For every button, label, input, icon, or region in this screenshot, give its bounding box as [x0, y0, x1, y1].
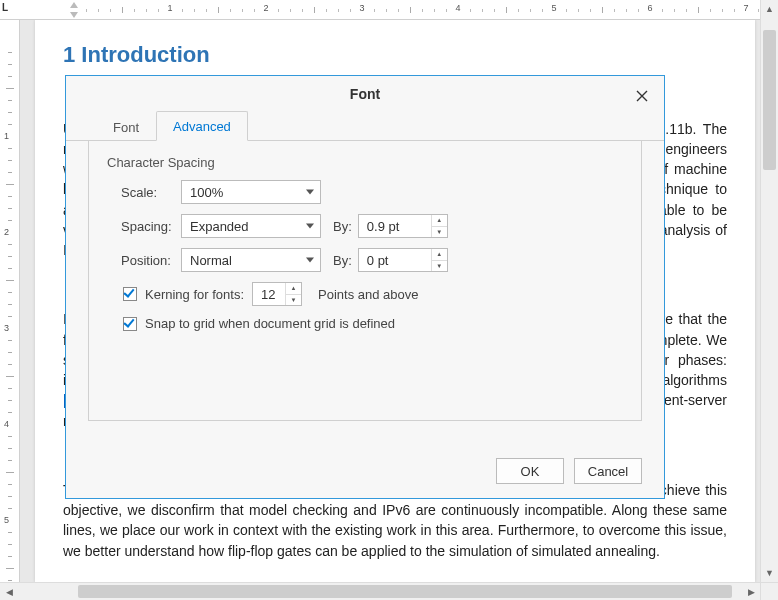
- snap-to-grid-label: Snap to grid when document grid is defin…: [145, 316, 395, 331]
- position-combo[interactable]: Normal: [181, 248, 321, 272]
- spinner-up-icon[interactable]: ▲: [285, 283, 301, 295]
- tab-font[interactable]: Font: [96, 112, 156, 141]
- kerning-suffix: Points and above: [318, 287, 418, 302]
- indent-left-marker[interactable]: [70, 2, 78, 8]
- heading-1: 1 Introduction: [63, 42, 727, 68]
- position-by-label: By:: [333, 253, 352, 268]
- position-label: Position:: [121, 253, 181, 268]
- vertical-scrollbar[interactable]: ▲ ▼: [760, 0, 778, 582]
- spinner-down-icon[interactable]: ▼: [431, 227, 447, 238]
- kerning-points-value: 12: [261, 287, 275, 302]
- spacing-by-label: By:: [333, 219, 352, 234]
- close-icon[interactable]: [630, 84, 654, 108]
- spinner-up-icon[interactable]: ▲: [431, 249, 447, 261]
- spacing-label: Spacing:: [121, 219, 181, 234]
- font-dialog: Font Font Advanced Character Spacing Sca…: [65, 75, 665, 499]
- indent-first-line-marker[interactable]: [70, 12, 78, 18]
- ruler-vertical: 123456: [0, 20, 20, 582]
- scale-value: 100%: [190, 185, 223, 200]
- scroll-corner: [760, 582, 778, 600]
- kerning-checkbox[interactable]: [123, 287, 137, 301]
- spacing-by-spinner[interactable]: 0.9 pt ▲▼: [358, 214, 448, 238]
- spacing-value: Expanded: [190, 219, 249, 234]
- position-by-spinner[interactable]: 0 pt ▲▼: [358, 248, 448, 272]
- scroll-up-icon[interactable]: ▲: [761, 0, 778, 18]
- kerning-points-spinner[interactable]: 12 ▲▼: [252, 282, 302, 306]
- spinner-up-icon[interactable]: ▲: [431, 215, 447, 227]
- scale-combo[interactable]: 100%: [181, 180, 321, 204]
- cancel-button[interactable]: Cancel: [574, 458, 642, 484]
- kerning-label: Kerning for fonts:: [145, 287, 244, 302]
- position-value: Normal: [190, 253, 232, 268]
- scroll-right-icon[interactable]: ▶: [742, 583, 760, 600]
- position-by-value: 0 pt: [367, 253, 389, 268]
- scroll-down-icon[interactable]: ▼: [761, 564, 778, 582]
- chevron-down-icon: [306, 258, 314, 263]
- dialog-title: Font: [66, 76, 664, 110]
- spinner-down-icon[interactable]: ▼: [431, 261, 447, 272]
- horizontal-scrollbar[interactable]: ◀ ▶: [0, 582, 760, 600]
- section-character-spacing: Character Spacing: [107, 155, 623, 170]
- ruler-marker-l: L: [2, 2, 8, 13]
- dialog-tabs: Font Advanced: [66, 110, 664, 141]
- chevron-down-icon: [306, 224, 314, 229]
- spacing-by-value: 0.9 pt: [367, 219, 400, 234]
- scroll-left-icon[interactable]: ◀: [0, 583, 18, 600]
- horizontal-scroll-thumb[interactable]: [78, 585, 732, 598]
- scale-label: Scale:: [121, 185, 181, 200]
- snap-to-grid-checkbox[interactable]: [123, 317, 137, 331]
- spacing-combo[interactable]: Expanded: [181, 214, 321, 238]
- chevron-down-icon: [306, 190, 314, 195]
- tab-advanced[interactable]: Advanced: [156, 111, 248, 141]
- ruler-horizontal: L 1234567: [0, 0, 760, 20]
- advanced-panel: Character Spacing Scale: 100% Spacing: E…: [88, 141, 642, 421]
- ok-button[interactable]: OK: [496, 458, 564, 484]
- spinner-down-icon[interactable]: ▼: [285, 295, 301, 306]
- vertical-scroll-thumb[interactable]: [763, 30, 776, 170]
- app-root: L 1234567 123456 1 Introduction Unified …: [0, 0, 778, 600]
